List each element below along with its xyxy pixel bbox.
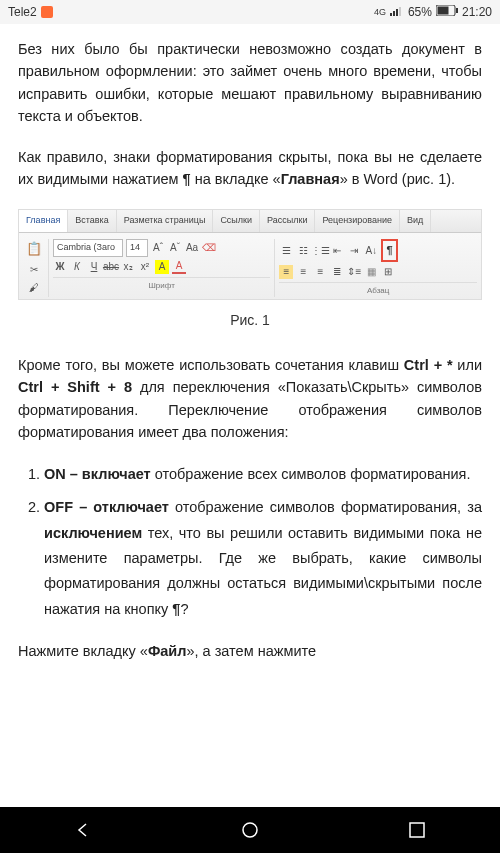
paragraph-1: Без них было бы практически невозможно с… [18, 38, 482, 128]
svg-point-7 [243, 823, 257, 837]
ribbon-tabs: Главная Вставка Разметка страницы Ссылки… [19, 210, 481, 233]
paragraph-3: Кроме того, вы можете использовать сочет… [18, 354, 482, 444]
superscript-icon: x² [138, 260, 152, 274]
sort-icon: A↓ [364, 243, 378, 257]
status-bar: Tele2 4G 65% 21:20 [0, 0, 500, 24]
battery-icon [436, 5, 458, 19]
clear-format-icon: ⌫ [202, 241, 216, 255]
shading-icon: ▦ [364, 265, 378, 279]
list-item: ON – включает отображение всех символов … [44, 462, 482, 487]
cut-icon: ✂ [30, 262, 38, 278]
svg-rect-3 [399, 7, 401, 16]
ribbon-tab-home: Главная [19, 210, 68, 232]
ribbon-group-font: Cambria (Заго 14 Aˆ Aˇ Aa ⌫ Ж К Ч abc x₂… [53, 239, 275, 297]
bullets-icon: ☰ [279, 243, 293, 257]
paste-icon: 📋 [26, 239, 42, 259]
nav-back-button[interactable] [72, 819, 94, 841]
italic-icon: К [70, 260, 84, 274]
svg-rect-1 [393, 11, 395, 16]
ribbon-clipboard: 📋 ✂ 🖌 [23, 239, 49, 297]
ribbon-tab-layout: Разметка страницы [117, 210, 214, 232]
underline-icon: Ч [87, 260, 101, 274]
status-left: Tele2 [8, 5, 53, 19]
font-color-icon: A [172, 260, 186, 274]
nav-home-button[interactable] [239, 819, 261, 841]
align-justify-icon: ≣ [330, 265, 344, 279]
document-content[interactable]: Без них было бы практически невозможно с… [0, 24, 500, 807]
subscript-icon: x₂ [121, 260, 135, 274]
carrier-label: Tele2 [8, 5, 37, 19]
paragraph-4: Нажмите вкладку «Файл», а затем нажмите [18, 640, 482, 662]
group-label-font: Шрифт [53, 277, 270, 292]
align-right-icon: ≡ [313, 265, 327, 279]
borders-icon: ⊞ [381, 265, 395, 279]
svg-rect-8 [410, 823, 424, 837]
align-left-icon: ≡ [279, 265, 293, 279]
svg-rect-2 [396, 9, 398, 16]
ordered-list: ON – включает отображение всех символов … [18, 462, 482, 622]
carrier-icon [41, 6, 53, 18]
shrink-font-icon: Aˇ [168, 241, 182, 255]
list-item: OFF – отключает отображение символов фор… [44, 495, 482, 622]
ribbon-tab-insert: Вставка [68, 210, 116, 232]
svg-rect-5 [437, 7, 448, 15]
svg-rect-6 [456, 8, 458, 13]
ribbon-tab-view: Вид [400, 210, 431, 232]
battery-percent: 65% [408, 5, 432, 19]
group-label-para: Абзац [279, 282, 477, 297]
nav-recent-button[interactable] [406, 819, 428, 841]
font-name-select: Cambria (Заго [53, 239, 123, 257]
paragraph-2: Как правило, знаки форматирования скрыты… [18, 146, 482, 191]
ribbon-tab-review: Рецензирование [315, 210, 400, 232]
ribbon-body: 📋 ✂ 🖌 Cambria (Заго 14 Aˆ Aˇ Aa ⌫ Ж [19, 233, 481, 299]
strike-icon: abc [104, 260, 118, 274]
ribbon-tab-links: Ссылки [213, 210, 260, 232]
clock: 21:20 [462, 5, 492, 19]
bold-icon: Ж [53, 260, 67, 274]
figure-caption: Рис. 1 [18, 310, 482, 332]
multilevel-icon: ⋮☰ [313, 243, 327, 257]
brush-icon: 🖌 [29, 280, 39, 296]
grow-font-icon: Aˆ [151, 241, 165, 255]
signal-icon [390, 5, 404, 19]
indent-dec-icon: ⇤ [330, 243, 344, 257]
ribbon-groups: Cambria (Заго 14 Aˆ Aˇ Aa ⌫ Ж К Ч abc x₂… [53, 239, 477, 297]
status-right: 4G 65% 21:20 [374, 5, 492, 19]
font-size-select: 14 [126, 239, 148, 257]
line-spacing-icon: ⇕≡ [347, 265, 361, 279]
indent-inc-icon: ⇥ [347, 243, 361, 257]
pilcrow-button-highlighted: ¶ [381, 239, 397, 262]
numbering-icon: ☷ [296, 243, 310, 257]
change-case-icon: Aa [185, 241, 199, 255]
highlight-icon: A [155, 260, 169, 274]
android-nav-bar [0, 807, 500, 853]
ribbon-tab-mail: Рассылки [260, 210, 315, 232]
ribbon-group-paragraph: ☰ ☷ ⋮☰ ⇤ ⇥ A↓ ¶ ≡ ≡ ≡ ≣ ⇕≡ ▦ [275, 239, 477, 297]
svg-rect-0 [390, 13, 392, 16]
network-type: 4G [374, 7, 386, 17]
align-center-icon: ≡ [296, 265, 310, 279]
word-ribbon-screenshot: Главная Вставка Разметка страницы Ссылки… [18, 209, 482, 300]
